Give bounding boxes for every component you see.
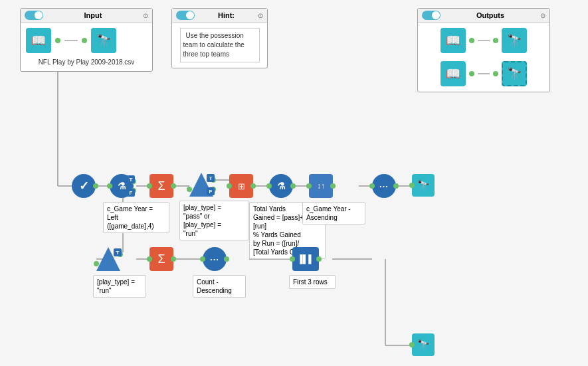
sum2row2-port-right bbox=[171, 256, 176, 262]
hint-panel-content: Use the possession team to calculate the… bbox=[172, 23, 267, 68]
filter2-node[interactable]: T [play_type] = "run" bbox=[96, 247, 120, 272]
table-port-right bbox=[250, 183, 256, 189]
hint-chevron-icon[interactable]: ⊙ bbox=[258, 12, 263, 19]
summarize2-node[interactable]: ⚗ Total Yards Gained = [pass]+ [run] % Y… bbox=[269, 174, 293, 198]
firstrows-label: First 3 rows bbox=[289, 275, 336, 289]
outputs-panel-header: Outputs ⊙ bbox=[418, 9, 549, 23]
formula1-port-left bbox=[107, 183, 112, 189]
dots-port-right bbox=[393, 183, 399, 189]
outputs-toggle[interactable] bbox=[422, 11, 441, 20]
browse2-node[interactable]: 🔭 bbox=[412, 333, 435, 356]
filter1-badge-f: F bbox=[207, 187, 215, 195]
input-panel-header: Input ⊙ bbox=[21, 9, 152, 23]
sum2row2-port-left bbox=[147, 256, 152, 262]
input-panel-content: 📖 🔭 bbox=[21, 23, 152, 58]
sum2-node[interactable]: Σ bbox=[149, 247, 173, 271]
formula1-label: c_Game Year = Left ([game_date],4) bbox=[103, 202, 169, 233]
hint-panel-title: Hint: bbox=[195, 11, 258, 19]
formula1-node[interactable]: ⚗ T F c_Game Year = Left ([game_date],4) bbox=[110, 174, 134, 198]
sum2-port-right bbox=[290, 183, 296, 189]
checkmark-port-right bbox=[93, 183, 98, 189]
browse1-port-left bbox=[409, 183, 415, 188]
input-toggle[interactable] bbox=[25, 11, 43, 20]
outputs-chevron-icon[interactable]: ⊙ bbox=[540, 12, 545, 19]
sum1-node[interactable]: Σ bbox=[149, 174, 173, 198]
out2-dot2 bbox=[493, 71, 498, 76]
filter2-badge-t: T bbox=[114, 248, 122, 256]
input-connector-dot2 bbox=[82, 38, 87, 43]
hint-panel: Hint: ⊙ Use the possession team to calcu… bbox=[171, 8, 268, 68]
sum2-port-left bbox=[266, 183, 272, 189]
dots-port-left bbox=[369, 183, 375, 189]
input-panel-title: Input bbox=[43, 11, 143, 19]
hint-panel-header: Hint: ⊙ bbox=[172, 9, 267, 23]
sort-label: c_Game Year - Ascending bbox=[302, 202, 365, 225]
output-browse1-icon[interactable]: 🔭 bbox=[502, 28, 527, 53]
out1-dot2 bbox=[493, 38, 498, 43]
browse2-port-left bbox=[409, 342, 415, 347]
count-node[interactable]: ··· Count - Descending bbox=[203, 247, 227, 271]
sum1-port-left bbox=[147, 183, 152, 189]
firstrows-port-left bbox=[290, 256, 295, 262]
outputs-panel-content: 📖 🔭 📖 🔭 bbox=[418, 23, 549, 92]
filter1-badge-t: T bbox=[207, 174, 215, 182]
out2-dot1 bbox=[469, 71, 474, 76]
outputs-panel: Outputs ⊙ 📖 🔭 📖 🔭 bbox=[417, 8, 550, 92]
checkmark-node[interactable]: ✓ bbox=[72, 174, 96, 198]
formula1-badge-f: F bbox=[127, 189, 135, 197]
browse1-node[interactable]: 🔭 bbox=[412, 174, 435, 197]
input-panel: Input ⊙ 📖 🔭 NFL Play by Play 2009-2018.c… bbox=[20, 8, 153, 72]
formula1-badge-t: T bbox=[127, 175, 135, 183]
input-connector-dot bbox=[55, 38, 60, 43]
out1-dot1 bbox=[469, 38, 474, 43]
firstrows-port-right bbox=[316, 256, 322, 262]
hint-text: Use the possession team to calculate the… bbox=[183, 29, 245, 60]
input-book-icon: 📖 bbox=[26, 28, 51, 53]
count-port-left bbox=[200, 256, 205, 262]
outputs-panel-title: Outputs bbox=[441, 11, 540, 19]
input-chevron-icon[interactable]: ⊙ bbox=[143, 12, 148, 19]
sum1-port-right bbox=[171, 183, 176, 189]
table-port-left bbox=[227, 183, 232, 189]
table-node[interactable]: ⊞ bbox=[229, 174, 253, 198]
count-port-right bbox=[224, 256, 229, 262]
output-browse2-icon[interactable]: 🔭 bbox=[502, 61, 527, 86]
filter2-label: [play_type] = "run" bbox=[93, 275, 146, 298]
output-book1-icon: 📖 bbox=[441, 28, 466, 53]
sort-port-right bbox=[330, 183, 336, 189]
sort-node[interactable]: ↕↑ c_Game Year - Ascending bbox=[309, 174, 333, 198]
filter1-label: [play_type] = "pass" or [play_type] = "r… bbox=[179, 201, 249, 240]
firstrows-node[interactable]: ▐▌▌ First 3 rows bbox=[292, 247, 319, 271]
filter2-port-left bbox=[94, 261, 99, 266]
output-book2-icon: 📖 bbox=[441, 61, 466, 86]
input-browse-icon[interactable]: 🔭 bbox=[91, 28, 116, 53]
hint-toggle[interactable] bbox=[176, 11, 195, 20]
filter1-node[interactable]: T F [play_type] = "pass" or [play_type] … bbox=[189, 173, 213, 198]
dots-node[interactable]: ··· bbox=[372, 174, 396, 198]
count-label: Count - Descending bbox=[193, 275, 246, 298]
sort-port-left bbox=[306, 183, 312, 189]
filter1-port-left bbox=[187, 187, 192, 192]
input-file-label: NFL Play by Play 2009-2018.csv bbox=[21, 58, 152, 71]
